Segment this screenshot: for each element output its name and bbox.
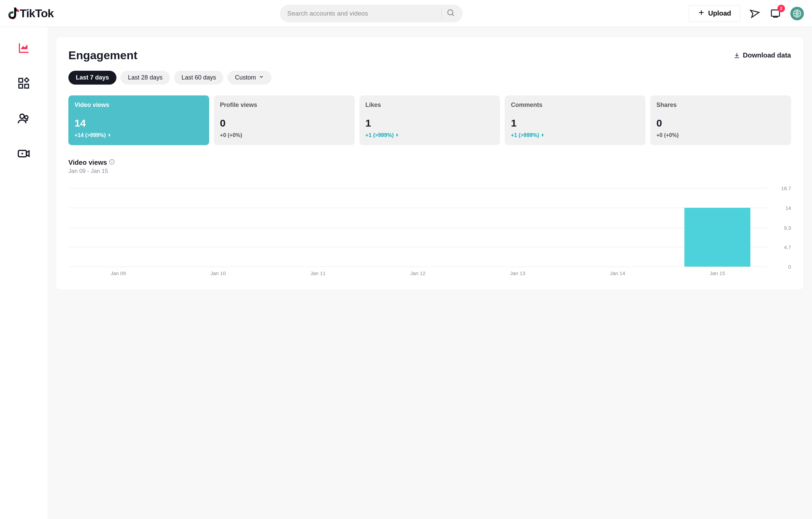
x-tick: Jan 10 xyxy=(168,270,268,276)
svg-rect-8 xyxy=(25,84,28,88)
svg-point-10 xyxy=(25,116,28,119)
metric-card[interactable]: Likes1+1 (>999%) xyxy=(359,95,500,145)
topbar: TikTok Upload 2 xyxy=(0,0,812,27)
metric-label: Likes xyxy=(366,101,494,109)
avatar[interactable] xyxy=(790,7,804,20)
svg-point-14 xyxy=(112,160,112,161)
sidebar xyxy=(0,27,47,519)
chevron-down-icon xyxy=(259,74,264,81)
video-icon xyxy=(17,147,30,160)
metric-delta: +0 (+0%) xyxy=(656,132,785,138)
search-input[interactable] xyxy=(287,10,437,17)
chart-icon xyxy=(17,42,30,54)
grid-icon xyxy=(17,77,30,90)
metric-label: Comments xyxy=(511,101,639,109)
metric-value: 0 xyxy=(656,117,785,129)
metric-card[interactable]: Profile views0+0 (+0%) xyxy=(214,95,355,145)
filter-label: Last 60 days xyxy=(181,74,216,81)
sidebar-item-apps[interactable] xyxy=(16,76,31,91)
svg-rect-6 xyxy=(19,78,23,82)
messages-button[interactable] xyxy=(750,8,761,19)
x-tick: Jan 12 xyxy=(368,270,468,276)
download-icon xyxy=(733,52,740,59)
plot-column xyxy=(568,188,667,267)
page-title: Engagement xyxy=(68,49,137,62)
metric-label: Shares xyxy=(656,101,785,109)
tiktok-note-icon xyxy=(8,7,19,20)
bar-chart: 18.7149.34.70 Jan 09Jan 10Jan 11Jan 12Ja… xyxy=(68,188,791,276)
upload-label: Upload xyxy=(708,9,731,17)
chart-title: Video views xyxy=(68,159,107,166)
send-icon xyxy=(750,8,761,19)
inbox-badge: 2 xyxy=(777,5,785,12)
metric-card[interactable]: Shares0+0 (+0%) xyxy=(650,95,791,145)
search-bar[interactable] xyxy=(280,5,463,22)
x-tick: Jan 15 xyxy=(667,270,767,276)
arrow-up-icon xyxy=(541,132,545,138)
sidebar-item-analytics[interactable] xyxy=(16,41,31,55)
people-icon xyxy=(17,112,30,125)
plot-column xyxy=(468,188,568,267)
bar[interactable] xyxy=(684,208,750,267)
metric-value: 1 xyxy=(511,117,639,129)
x-tick: Jan 11 xyxy=(268,270,368,276)
y-tick: 18.7 xyxy=(781,185,791,191)
x-tick: Jan 09 xyxy=(68,270,168,276)
search-icon[interactable] xyxy=(446,8,455,19)
info-icon[interactable] xyxy=(109,159,115,166)
svg-point-9 xyxy=(20,114,24,118)
brand-text: TikTok xyxy=(20,7,53,20)
avatar-icon xyxy=(793,9,802,18)
filter-label: Last 28 days xyxy=(128,74,162,81)
plot-column xyxy=(68,188,168,267)
svg-point-0 xyxy=(448,9,453,15)
y-tick: 14 xyxy=(785,205,791,211)
x-tick: Jan 14 xyxy=(568,270,667,276)
metric-delta: +1 (>999%) xyxy=(366,132,494,138)
arrow-up-icon xyxy=(395,132,399,138)
filter-row: Last 7 daysLast 28 daysLast 60 daysCusto… xyxy=(68,71,791,85)
gridline xyxy=(68,267,767,267)
metric-card[interactable]: Comments1+1 (>999%) xyxy=(505,95,645,145)
arrow-up-icon xyxy=(107,132,111,138)
metric-value: 1 xyxy=(366,117,494,129)
upload-button[interactable]: Upload xyxy=(689,5,740,22)
metric-label: Video views xyxy=(74,101,203,109)
svg-line-1 xyxy=(452,14,454,16)
plot-column xyxy=(368,188,468,267)
svg-rect-7 xyxy=(19,84,23,88)
metric-delta: +0 (+0%) xyxy=(220,132,349,138)
metric-delta: +14 (>999%) xyxy=(74,132,203,138)
chart-subtitle: Jan 09 - Jan 15 xyxy=(68,168,791,175)
y-tick: 4.7 xyxy=(784,244,791,250)
engagement-card: Engagement Download data Last 7 daysLast… xyxy=(56,37,803,290)
metric-cards: Video views14+14 (>999%)Profile views0+0… xyxy=(68,95,791,145)
plot-column xyxy=(268,188,368,267)
metric-value: 0 xyxy=(220,117,349,129)
metric-card[interactable]: Video views14+14 (>999%) xyxy=(68,95,209,145)
metric-delta: +1 (>999%) xyxy=(511,132,639,138)
y-tick: 0 xyxy=(788,264,791,270)
x-tick: Jan 13 xyxy=(468,270,568,276)
filter-pill[interactable]: Last 60 days xyxy=(174,71,223,85)
inbox-button[interactable]: 2 xyxy=(770,8,781,19)
download-label: Download data xyxy=(743,51,791,59)
filter-pill[interactable]: Last 28 days xyxy=(120,71,170,85)
filter-pill[interactable]: Last 7 days xyxy=(68,71,116,85)
sidebar-item-people[interactable] xyxy=(16,111,31,126)
plot-column xyxy=(667,188,767,267)
metric-label: Profile views xyxy=(220,101,349,109)
search-divider xyxy=(441,8,442,19)
download-button[interactable]: Download data xyxy=(733,51,791,59)
plot-column xyxy=(168,188,268,267)
sidebar-item-video[interactable] xyxy=(16,146,31,161)
plus-icon xyxy=(698,9,705,18)
filter-label: Custom xyxy=(235,74,256,81)
filter-pill[interactable]: Custom xyxy=(227,71,271,85)
metric-value: 14 xyxy=(74,117,203,129)
filter-label: Last 7 days xyxy=(76,74,109,81)
y-tick: 9.3 xyxy=(784,225,791,230)
tiktok-logo[interactable]: TikTok xyxy=(8,7,53,20)
